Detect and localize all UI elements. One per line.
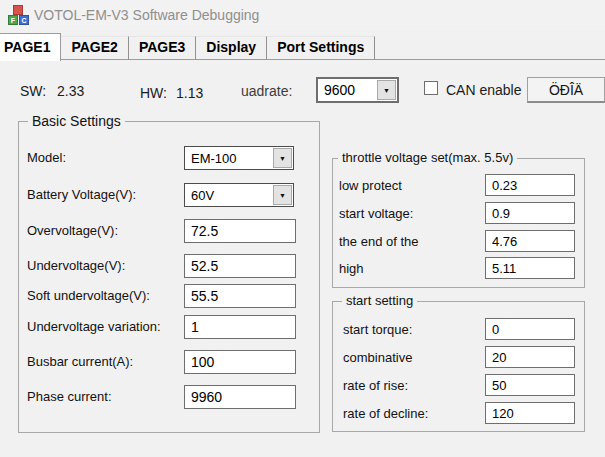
undervoltage-label: Undervoltage(V): [27,258,125,273]
low-protect-label: low protect [339,178,402,193]
dropdown-arrow-icon[interactable]: ▼ [273,148,292,168]
tab-port-settings[interactable]: Port Settings [267,36,375,60]
baudrate-select[interactable]: 9600 ▼ [316,77,399,103]
dropdown-arrow-icon[interactable]: ▼ [377,80,396,100]
hw-version-label: HW: [140,85,167,101]
battery-voltage-selected-value: 60V [185,188,272,203]
rate-of-rise-label: rate of rise: [343,378,408,393]
battery-voltage-select[interactable]: 60V ▼ [184,183,294,207]
overvoltage-label: Overvoltage(V): [27,223,118,238]
dropdown-arrow-icon[interactable]: ▼ [273,185,292,205]
basic-settings-group: Basic Settings Model: EM-100 ▼ Battery V… [18,121,320,433]
undervoltage-variation-input[interactable] [184,315,296,339]
language-button[interactable]: ÖÐÎÄ [527,77,605,103]
rate-of-decline-input[interactable] [485,402,575,424]
start-voltage-input[interactable] [485,202,575,224]
overvoltage-input[interactable] [184,219,296,243]
rate-of-decline-label: rate of decline: [343,406,428,421]
end-voltage-input[interactable] [485,230,575,252]
phase-current-input[interactable] [184,385,296,409]
end-voltage-label: the end of the [339,234,419,249]
tab-bar: PAGE1 PAGE2 PAGE3 Display Port Settings [0,33,375,60]
app-icon-red-block [13,5,23,15]
tab-display[interactable]: Display [196,36,267,60]
app-window: F C VOTOL-EM-V3 Software Debugging PAGE1… [0,0,605,457]
rate-of-rise-input[interactable] [485,374,575,396]
app-blocks-icon: F C [8,5,30,26]
sw-version-label: SW: [20,83,46,99]
start-voltage-label: start voltage: [339,206,413,221]
tab-page1[interactable]: PAGE1 [0,33,61,61]
model-selected-value: EM-100 [185,151,272,166]
busbar-current-input[interactable] [184,350,296,374]
tab-page2[interactable]: PAGE2 [61,36,128,60]
app-icon-green-block: F [8,15,18,25]
busbar-current-label: Busbar current(A): [27,354,133,369]
baudrate-selected-value: 9600 [318,82,376,98]
throttle-voltage-title: throttle voltage set(max. 5.5v) [338,150,517,165]
app-icon-blue-block: C [19,15,29,25]
start-setting-title: start setting [342,293,417,308]
battery-voltage-label: Battery Voltage(V): [27,187,136,202]
baudrate-label: uadrate: [241,83,292,99]
soft-undervoltage-label: Soft undervoltage(V): [27,288,150,303]
can-enable-label: CAN enable [446,82,522,98]
soft-undervoltage-input[interactable] [184,284,296,308]
can-enable-checkbox[interactable] [424,81,438,95]
high-voltage-input[interactable] [485,257,575,279]
basic-settings-title: Basic Settings [28,113,125,129]
model-label: Model: [27,150,66,165]
high-voltage-label: high [339,261,364,276]
start-torque-input[interactable] [485,318,575,340]
tab-page3[interactable]: PAGE3 [129,36,196,60]
combinative-label: combinative [343,350,412,365]
hw-version-value: 1.13 [176,85,203,101]
sw-version-value: 2.33 [57,83,84,99]
low-protect-input[interactable] [485,174,575,196]
start-setting-group: start setting start torque: combinative … [332,301,585,432]
title-bar: F C VOTOL-EM-V3 Software Debugging [0,0,605,30]
undervoltage-input[interactable] [184,254,296,278]
phase-current-label: Phase current: [27,389,112,404]
throttle-voltage-group: throttle voltage set(max. 5.5v) low prot… [332,158,585,288]
combinative-input[interactable] [485,346,575,368]
start-torque-label: start torque: [343,322,412,337]
model-select[interactable]: EM-100 ▼ [184,146,294,170]
undervoltage-variation-label: Undervoltage variation: [27,319,161,334]
window-title: VOTOL-EM-V3 Software Debugging [34,7,259,23]
